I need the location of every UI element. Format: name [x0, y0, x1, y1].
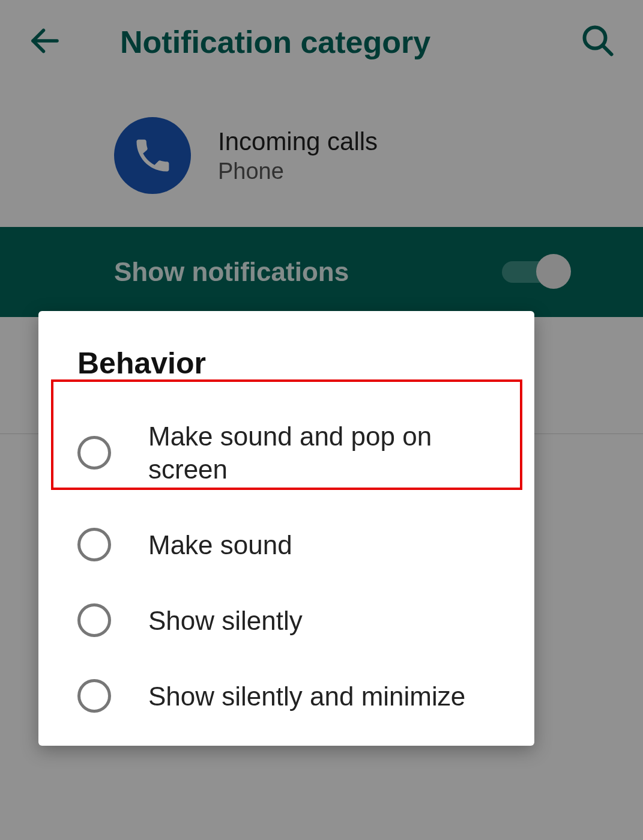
annotation-highlight: [51, 379, 522, 490]
behavior-dialog: Behavior Make sound and pop on screen Ma…: [38, 311, 534, 746]
radio-icon: [77, 679, 111, 713]
radio-icon: [77, 603, 111, 637]
radio-icon: [77, 528, 111, 561]
behavior-option-sound[interactable]: Make sound: [38, 507, 534, 582]
radio-label: Show silently and minimize: [148, 680, 465, 713]
behavior-option-silent-minimize[interactable]: Show silently and minimize: [38, 658, 534, 734]
behavior-option-silent[interactable]: Show silently: [38, 582, 534, 658]
radio-label: Show silently: [148, 604, 303, 637]
radio-label: Make sound: [148, 528, 292, 561]
